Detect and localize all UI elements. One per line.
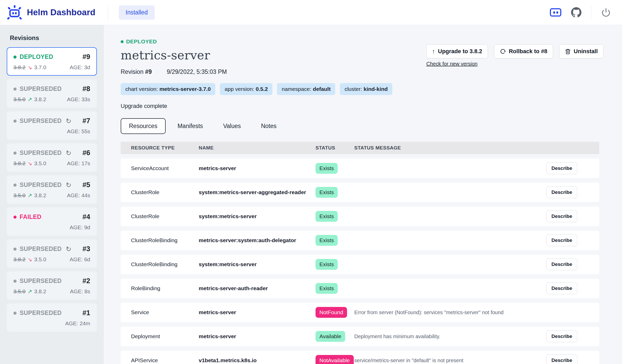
describe-button[interactable]: Describe (546, 162, 577, 174)
describe-button[interactable]: Describe (546, 330, 577, 342)
rollback-arrows-icon (500, 48, 506, 54)
revision-age: AGE: 9d (70, 224, 90, 231)
revision-card[interactable]: SUPERSEDED↻#33.8.2↘3.5.0AGE: 6d (7, 239, 97, 268)
uninstall-button[interactable]: Uninstall (559, 44, 603, 58)
revisions-title: Revisions (10, 34, 97, 42)
revision-card[interactable]: SUPERSEDED#83.5.0↗3.8.2AGE: 33s (7, 79, 97, 108)
revision-card[interactable]: SUPERSEDED↻#7AGE: 55s (7, 111, 97, 140)
describe-button[interactable]: Describe (546, 234, 577, 246)
version-change: 3.5.0↗3.8.2 (13, 96, 46, 102)
revision-status-label: SUPERSEDED (20, 246, 62, 252)
resource-type-cell: Deployment (121, 333, 199, 339)
trash-icon (565, 49, 571, 54)
revision-age: AGE: 8s (70, 288, 90, 295)
row-actions-cell: Describe (546, 258, 599, 270)
tab-manifests[interactable]: Manifests (169, 118, 211, 134)
dashboard-panel-icon[interactable] (550, 8, 561, 17)
chip-label: app version: (225, 86, 256, 92)
old-version: 3.5.0 (13, 96, 26, 102)
revision-status-label: SUPERSEDED (20, 149, 62, 156)
check-new-version-link[interactable]: Check for new version (426, 61, 478, 67)
tab-resources[interactable]: Resources (121, 118, 166, 134)
rollback-to-revision-icon: ↻ (66, 182, 71, 188)
revision-card-bottom: AGE: 9d (13, 224, 90, 231)
github-icon[interactable] (571, 7, 581, 18)
describe-button[interactable]: Describe (546, 282, 577, 294)
nav-tab-installed[interactable]: Installed (119, 5, 155, 20)
revision-card[interactable]: SUPERSEDED↻#53.5.0↗3.8.2AGE: 44s (7, 175, 97, 204)
revision-label: Revision #9 (121, 68, 152, 75)
revision-age: AGE: 24m (65, 320, 90, 327)
resource-type-cell: ClusterRole (121, 213, 199, 219)
resource-name-cell: metrics-server (199, 309, 316, 315)
status-badge: NotAvailable (316, 355, 354, 364)
revision-card-top: DEPLOYED#9 (13, 53, 90, 61)
revision-card[interactable]: SUPERSEDED#1AGE: 24m (7, 303, 97, 332)
resource-type-cell: ServiceAccount (121, 165, 199, 171)
describe-button[interactable]: Describe (546, 354, 577, 364)
revision-status-label: DEPLOYED (20, 53, 53, 60)
status-cell: Exists (316, 235, 354, 246)
status-cell: Exists (316, 187, 354, 198)
revision-card[interactable]: SUPERSEDED#23.5.0↗3.8.2AGE: 8s (7, 271, 97, 300)
resource-name-cell: system:metrics-server-aggregated-reader (199, 189, 316, 195)
revision-status-dot (13, 216, 17, 219)
release-message: Upgrade complete (121, 103, 603, 109)
status-cell: Available (316, 331, 354, 342)
info-chip: cluster: kind-kind (340, 83, 392, 95)
row-actions-cell: Describe (546, 234, 599, 246)
revision-status: SUPERSEDED↻ (13, 181, 72, 188)
downgrade-arrow-icon: ↘ (28, 256, 32, 263)
version-change: 3.8.2↘3.5.0 (13, 160, 46, 167)
revision-card[interactable]: FAILED#4AGE: 9d (7, 207, 97, 236)
resource-name-cell: metrics-server-auth-reader (199, 285, 316, 291)
tab-notes[interactable]: Notes (253, 118, 285, 134)
describe-button[interactable]: Describe (546, 186, 577, 198)
revision-age: AGE: 33s (67, 96, 90, 102)
up-arrow-icon: ↑ (432, 48, 435, 54)
row-actions-cell: Describe (546, 162, 599, 174)
resource-type-cell: ClusterRole (121, 189, 199, 195)
upgrade-arrow-icon: ↗ (28, 288, 32, 295)
revision-status-dot (13, 312, 17, 315)
revision-status: SUPERSEDED (13, 85, 62, 92)
revision-status-label: SUPERSEDED (20, 181, 62, 188)
revisions-sidebar: Revisions DEPLOYED#93.8.2↘3.7.0AGE: 3dSU… (0, 25, 103, 364)
revision-card-bottom: 3.8.2↘3.7.0AGE: 3d (13, 64, 90, 70)
revision-status-label: SUPERSEDED (20, 310, 62, 316)
resource-type-cell: ClusterRoleBinding (121, 237, 199, 243)
revision-card-top: SUPERSEDED#8 (13, 85, 90, 93)
status-badge: Exists (316, 283, 338, 294)
rollback-button[interactable]: Rollback to #8 (494, 44, 553, 58)
revision-number: #4 (82, 213, 90, 221)
col-name: NAME (199, 145, 316, 151)
describe-button[interactable]: Describe (546, 210, 577, 222)
resource-type-cell: APIService (121, 357, 199, 363)
old-version: 3.8.2 (13, 64, 26, 70)
main-panel: DEPLOYED metrics-server Revision #9 9/29… (104, 25, 622, 364)
upgrade-button[interactable]: ↑ Upgrade to 3.8.2 (426, 44, 488, 58)
app-title: Helm Dashboard (27, 7, 95, 17)
release-info-chips: chart version: metrics-server-3.7.0app v… (121, 83, 603, 95)
revision-status: SUPERSEDED (13, 278, 62, 284)
revision-card[interactable]: SUPERSEDED↻#63.8.2↘3.5.0AGE: 17s (7, 143, 97, 172)
revision-number: #7 (82, 117, 90, 125)
table-header-row: RESOURCE TYPE NAME STATUS STATUS MESSAGE (121, 142, 599, 154)
tab-values[interactable]: Values (215, 118, 249, 134)
table-row: ClusterRolesystem:metrics-serverExistsDe… (121, 207, 599, 226)
revision-card-bottom: AGE: 55s (13, 128, 90, 134)
status-cell: Exists (316, 163, 354, 174)
revision-status-dot (13, 56, 17, 59)
revision-card-top: SUPERSEDED↻#5 (13, 181, 90, 189)
revision-number: #9 (145, 68, 152, 75)
col-status-message: STATUS MESSAGE (354, 145, 546, 151)
revision-card[interactable]: DEPLOYED#93.8.2↘3.7.0AGE: 3d (7, 47, 97, 76)
revision-card-top: SUPERSEDED↻#3 (13, 245, 90, 253)
table-row: ClusterRolesystem:metrics-server-aggrega… (121, 183, 599, 202)
describe-button[interactable]: Describe (546, 258, 577, 270)
resource-name-cell: v1beta1.metrics.k8s.io (199, 357, 316, 363)
table-row: Deploymentmetrics-serverAvailableDeploym… (121, 327, 599, 346)
power-icon[interactable] (601, 8, 611, 17)
new-version: 3.5.0 (34, 256, 46, 263)
row-actions-cell: Describe (546, 186, 599, 198)
